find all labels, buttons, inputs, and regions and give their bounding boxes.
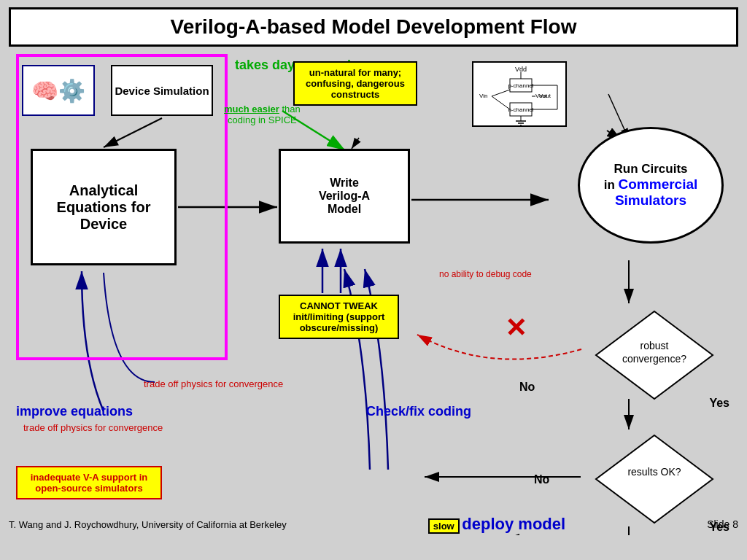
trade-off-bottom-text: trade off physics for convergence [23,422,163,433]
no-label-2: No [534,473,549,486]
svg-text:Vin: Vin [479,93,487,99]
svg-text:p-channel: p-channel [508,82,533,89]
write-verilog-label: WriteVerilog-AModel [319,176,370,216]
slow-badge: slow [428,518,460,534]
svg-text:robust: robust [640,340,669,351]
device-simulation-label: Device Simulation [115,85,209,97]
circuit-diagram: Vdd p-channel n-channel Vin Vout [472,61,567,127]
run-circuits-label: Run Circuitsin CommercialSimulators [604,162,698,209]
circuit-svg: Vdd p-channel n-channel Vin Vout [473,63,568,128]
x-mark: ✕ [505,313,527,343]
analytical-equations-box: Analytical Equations for Device [31,149,177,265]
trade-off-mid-label: trade off physics for convergence [144,378,283,389]
cannot-tweak-box: CANNOT TWEAK init/limiting (support obsc… [279,295,399,339]
svg-text:convergence?: convergence? [622,353,686,365]
deploy-model-text: deploy model [462,515,565,533]
main-container: Verilog-A-based Model Development Flow [9,7,738,553]
svg-text:results OK?: results OK? [627,466,681,478]
improve-equations-label: improve equations [16,404,133,419]
no-ability-label: no ability to debug code [439,269,532,279]
flow-area: 🧠⚙️ Device Simulation Analytical Equatio… [9,54,738,535]
write-verilog-box: WriteVerilog-AModel [279,149,410,244]
footer: T. Wang and J. Roychowdhury, University … [9,515,738,534]
slide-title: Verilog-A-based Model Development Flow [9,7,738,47]
check-fix-text: Check/fix coding [366,404,471,419]
inadequate-text: inadequate V-A support in open-source si… [31,472,148,494]
convergence-diamond-container: robust convergence? [592,308,716,405]
unnatural-text: un-natural for many; confusing, dangerou… [306,67,405,100]
svg-marker-41 [596,435,713,523]
commercial-label: CommercialSimulators [615,176,697,208]
no-label-1: No [519,381,535,394]
trade-off-bottom-label: trade off physics for convergence [23,422,163,433]
trade-off-mid-text: trade off physics for convergence [144,378,283,389]
no-ability-text: no ability to debug code [439,269,532,279]
convergence-diamond-svg: robust convergence? [592,308,716,402]
svg-line-26 [492,90,510,96]
device-simulation-box: Device Simulation [111,65,213,116]
svg-text:n-channel: n-channel [508,106,533,113]
much-easier-label: much easier thancoding in SPICE [224,104,301,125]
check-fix-label: Check/fix coding [366,404,471,419]
footer-credit: T. Wang and J. Roychowdhury, University … [9,519,287,530]
run-circuits-ellipse: Run Circuitsin CommercialSimulators [578,127,724,244]
unnatural-box: un-natural for many; confusing, dangerou… [293,61,417,106]
deploy-area: slow deploy model [428,515,565,534]
yes-label-1: Yes [709,397,729,410]
svg-text:Vdd: Vdd [515,66,527,73]
slide-number: Slide 8 [707,518,738,530]
analytical-equations-label: Analytical Equations for Device [33,182,174,233]
improve-equations-text: improve equations [16,404,133,419]
svg-line-15 [352,138,359,149]
cannot-tweak-text: CANNOT TWEAK init/limiting (support obsc… [293,300,385,333]
title-text: Verilog-A-based Model Development Flow [171,15,577,38]
brain-gear-icon: 🧠⚙️ [22,65,95,116]
svg-text:Vout: Vout [539,93,551,99]
svg-line-27 [492,96,510,109]
results-diamond-svg: results OK? [592,432,716,526]
inadequate-box: inadequate V-A support in open-source si… [16,466,162,499]
